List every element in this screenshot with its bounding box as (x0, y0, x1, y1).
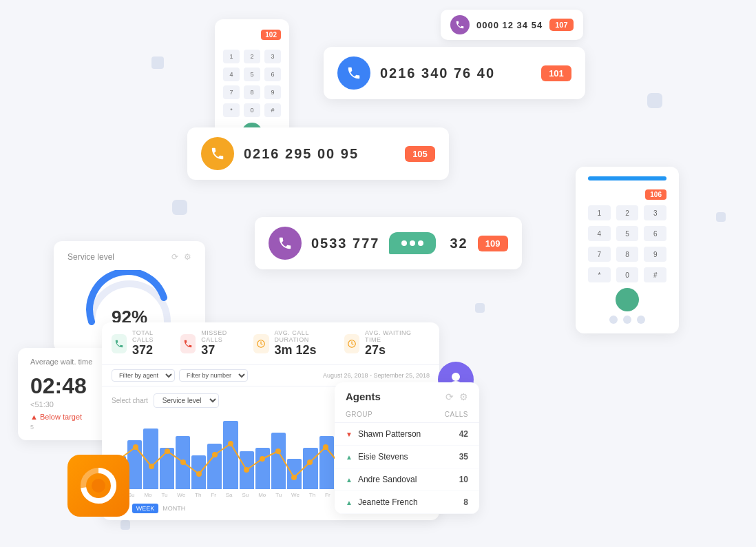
agent-name-text-3: Jeanette French (358, 497, 418, 507)
bar-2 (143, 429, 158, 489)
agent-calls-3: 8 (463, 497, 468, 507)
key-9: 9 (264, 85, 281, 99)
top-phone-badge: 107 (549, 19, 573, 31)
agents-header: Agents ⟳ ⚙ (335, 382, 479, 406)
bar-8 (240, 451, 254, 489)
rdot-1 (609, 316, 618, 324)
call-number-1: 0216 340 76 40 (380, 65, 532, 81)
trend-icon-0: ▼ (346, 431, 353, 438)
donut-svg (78, 465, 119, 506)
chart-type-select[interactable]: Service level (154, 393, 219, 408)
rkey-1: 1 (588, 205, 611, 220)
trend-icon-1: ▲ (346, 453, 353, 461)
xlabel-2: Mo (144, 492, 151, 498)
stat-calls-value: 372 (132, 343, 167, 358)
donut-widget (67, 455, 129, 517)
service-widget-header: Service level ⟳ ⚙ (67, 252, 191, 262)
stat-missed-calls: MISSED CALLS 37 (180, 329, 240, 358)
key-7: 7 (223, 85, 240, 99)
rdot-2 (623, 316, 631, 324)
call-badge-3: 109 (478, 236, 508, 251)
agent-calls-0: 42 (459, 429, 468, 439)
service-refresh-icon[interactable]: ⟳ (171, 252, 178, 262)
filter-number-select[interactable]: Filter by number (179, 369, 248, 382)
stat-calls-label: TOTAL CALLS (132, 329, 167, 343)
key-8: 8 (244, 85, 260, 99)
keypad-right-card: 106 1 2 3 4 5 6 7 8 9 * 0 # (576, 167, 679, 333)
trend-icon-2: ▲ (346, 476, 353, 484)
deco-square-5 (647, 93, 662, 108)
key-6: 6 (264, 68, 281, 81)
rkey-0: 0 (616, 267, 639, 282)
stat-missed-value: 37 (201, 343, 240, 358)
xlabel-10: Tu (275, 492, 282, 498)
deco-square-3 (475, 303, 485, 313)
xlabel-3: Tu (161, 492, 167, 498)
key-hash: # (264, 103, 281, 117)
call-number-3: 0533 777 (311, 236, 379, 251)
agent-name-2: ▲ Andre Sandoval (346, 475, 417, 484)
bar-4 (176, 436, 190, 489)
tab-week[interactable]: WEEK (132, 504, 159, 513)
keypad-right-bar (588, 176, 666, 180)
stat-duration-label: AVG. CALL DURATION (275, 329, 331, 343)
agent-row-1: ▲ Eisie Stevens 35 (335, 446, 479, 468)
xlabel-7: Sa (226, 492, 233, 498)
agent-calls-2: 10 (459, 475, 468, 484)
rkey-4: 4 (588, 226, 611, 241)
xlabel-8: Su (242, 492, 249, 498)
stat-icon-wait (344, 334, 359, 353)
bar-1 (127, 440, 142, 490)
filter-date-range: August 26, 2018 - September 25, 2018 (323, 372, 430, 379)
stat-icon-missed (180, 334, 196, 353)
agents-gear-icon[interactable]: ⚙ (459, 391, 468, 402)
dashboard-stats-row: TOTAL CALLS 372 MISSED CALLS 37 AVG. CAL… (102, 322, 439, 365)
top-phone-icon (450, 15, 470, 34)
call-badge-2: 105 (405, 146, 435, 162)
bar-5 (191, 455, 206, 490)
xlabel-11: We (291, 492, 300, 498)
bar-6 (207, 444, 222, 489)
xlabel-12: Th (309, 492, 315, 498)
agent-name-0: ▼ Shawn Patterson (346, 429, 421, 439)
xlabel-5: Th (195, 492, 201, 498)
service-gear-icon[interactable]: ⚙ (184, 252, 191, 262)
agent-row-3: ▲ Jeanette French 8 (335, 491, 479, 514)
deco-square-2 (716, 212, 726, 222)
key-4: 4 (223, 68, 240, 81)
key-0: 0 (244, 103, 260, 117)
deco-square-4 (120, 520, 130, 530)
col-group: GROUP (346, 411, 372, 418)
agents-panel: Agents ⟳ ⚙ GROUP CALLS ▼ Shawn Patterson… (335, 382, 479, 514)
stat-icon-calls (112, 334, 127, 353)
chart-select-label: Select chart (112, 397, 148, 404)
call-icon-2 (201, 137, 234, 170)
tab-month[interactable]: MONTH (158, 504, 189, 513)
agent-calls-1: 35 (459, 452, 468, 462)
rkey-5: 5 (616, 226, 639, 241)
svg-point-25 (452, 373, 460, 381)
bar-13 (319, 436, 334, 489)
keypad-right-call-btn[interactable] (616, 288, 639, 311)
call-badge-1: 101 (541, 65, 571, 81)
rkey-hash: # (644, 267, 666, 282)
stat-missed-label: MISSED CALLS (201, 329, 240, 343)
wait-widget-title: Average wait. time (30, 358, 92, 367)
agent-name-text-2: Andre Sandoval (358, 475, 417, 484)
keypad-right-badge: 106 (645, 189, 666, 200)
rkey-6: 6 (644, 226, 666, 241)
service-widget-icons: ⟳ ⚙ (171, 252, 191, 262)
bar-12 (303, 448, 317, 490)
agents-refresh-icon[interactable]: ⟳ (445, 391, 454, 402)
rkey-star: * (588, 267, 611, 282)
agents-title: Agents (346, 391, 381, 402)
filter-agent-select[interactable]: Filter by agent (112, 369, 175, 382)
deco-square-1 (151, 56, 164, 69)
agent-name-text-0: Shawn Patterson (358, 429, 421, 439)
xlabel-4: We (177, 492, 185, 498)
stat-total-calls: TOTAL CALLS 372 (112, 329, 167, 358)
agents-table-header: GROUP CALLS (335, 406, 479, 423)
stat-missed-info: MISSED CALLS 37 (201, 329, 240, 358)
stat-duration-info: AVG. CALL DURATION 3m 12s (275, 329, 331, 358)
xlabel-13: Fr (325, 492, 330, 498)
